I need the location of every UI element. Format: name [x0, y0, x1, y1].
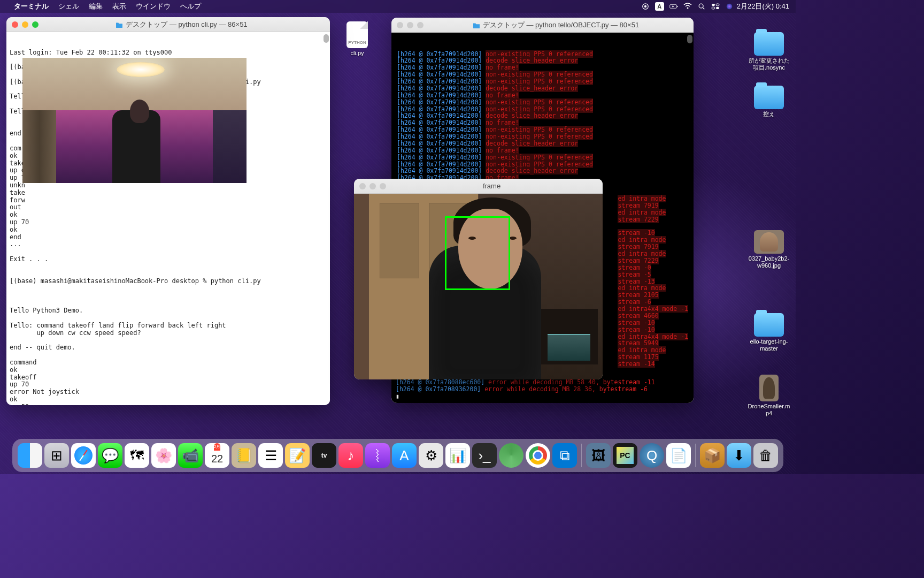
dock-divider — [581, 444, 582, 467]
minimize-button[interactable] — [407, 22, 413, 28]
titlebar[interactable]: デスクトップ — python cli.py — 86×51 — [6, 17, 330, 32]
dock-music[interactable]: ♪ — [338, 443, 363, 468]
ime-indicator[interactable]: A — [655, 2, 664, 11]
battery-icon[interactable] — [669, 3, 678, 10]
dock-terminal[interactable]: ›_ — [472, 443, 497, 468]
svg-line-6 — [703, 7, 704, 9]
dock-preview[interactable]: 🖼 — [586, 443, 611, 468]
close-button[interactable] — [397, 22, 403, 28]
dock-pycharm[interactable]: PC — [613, 443, 637, 468]
svg-rect-10 — [716, 7, 719, 9]
svg-rect-9 — [712, 7, 715, 9]
app-menu[interactable]: ターミナル — [14, 2, 49, 11]
close-button[interactable] — [359, 183, 366, 189]
menu-edit[interactable]: 編集 — [89, 2, 103, 11]
dock-facetime[interactable]: 📹 — [178, 443, 203, 468]
record-icon[interactable] — [641, 3, 650, 10]
dock-box[interactable]: 📦 — [700, 443, 725, 468]
maximize-button[interactable] — [32, 21, 38, 28]
menu-window[interactable]: ウインドウ — [136, 2, 171, 11]
wifi-icon[interactable] — [683, 3, 692, 10]
dock-settings[interactable]: ⚙ — [419, 443, 443, 468]
minimize-button[interactable] — [369, 183, 376, 189]
dock: ⊞ 💬 🗺 🌸 📹 2月22 📒 ☰ 📝 tv ♪ ⦚ A ⚙ 📊 ›_ ⧉ 🖼… — [12, 439, 783, 472]
dock-chrome[interactable] — [526, 443, 550, 468]
face-detection-box — [445, 216, 510, 290]
spotlight-icon[interactable] — [697, 3, 706, 10]
terminal-output-lines: Tello Python3 Demo. Tello: command takeo… — [10, 293, 327, 405]
desktop-image-baby[interactable]: 0327_baby2b2-w960.jpg — [748, 230, 790, 269]
dock-contacts[interactable]: 📒 — [232, 443, 256, 468]
desktop-file-cli-py[interactable]: PYTHON cli.py — [336, 21, 379, 57]
dock-notes[interactable]: 📝 — [285, 443, 310, 468]
dock-activity[interactable] — [499, 443, 523, 468]
svg-point-1 — [644, 5, 646, 7]
desktop-folder-hikae[interactable]: 控え — [748, 86, 790, 118]
terminal-right-errors: ed intra mode stream 7919 ed intra mode … — [615, 194, 690, 369]
dock-safari[interactable] — [71, 443, 96, 468]
scrollbar-thumb[interactable] — [687, 35, 692, 43]
svg-point-11 — [726, 4, 732, 10]
desktop-folder-tello[interactable]: ello-target-ing-master — [748, 313, 790, 352]
dock-textedit[interactable]: 📄 — [666, 443, 691, 468]
window-title: デスクトップ — python tello/OBJECT.py — 80×51 — [424, 20, 688, 30]
dock-quicktime[interactable]: Q — [640, 443, 664, 468]
maximize-button[interactable] — [380, 183, 386, 189]
siri-icon[interactable] — [725, 3, 734, 10]
svg-rect-7 — [712, 4, 715, 6]
svg-point-4 — [687, 7, 688, 9]
svg-point-5 — [699, 4, 703, 8]
minimize-button[interactable] — [22, 21, 28, 28]
dock-podcasts[interactable]: ⦚ — [365, 443, 390, 468]
dock-appstore[interactable]: A — [392, 443, 417, 468]
terminal-output[interactable]: Last login: Tue Feb 22 00:11:32 on ttys0… — [6, 32, 330, 405]
terminal-bottom-errors: [h264 @ 0x7fa78088ec600] error while dec… — [394, 378, 657, 401]
dock-tv[interactable]: tv — [312, 443, 336, 468]
titlebar[interactable]: デスクトップ — python tello/OBJECT.py — 80×51 — [391, 18, 694, 33]
dock-calendar[interactable]: 2月22 — [205, 443, 229, 468]
terminal-window-cli[interactable]: デスクトップ — python cli.py — 86×51 Last logi… — [6, 17, 330, 405]
window-title: デスクトップ — python cli.py — 86×51 — [38, 20, 325, 29]
desktop-folder-changed[interactable]: 所が変更された項目.nosync — [748, 32, 790, 71]
svg-rect-8 — [716, 4, 719, 6]
dock-maps[interactable]: 🗺 — [125, 443, 149, 468]
dock-numbers[interactable]: 📊 — [445, 443, 470, 468]
folder-icon — [473, 22, 480, 28]
dock-finder[interactable] — [18, 443, 42, 468]
svg-rect-3 — [677, 6, 677, 7]
menubar: ターミナル シェル 編集 表示 ウインドウ ヘルプ A 2月22日(火) 0:4… — [0, 0, 796, 13]
window-title: frame — [386, 182, 597, 190]
dock-trash[interactable]: 🗑 — [753, 443, 778, 468]
close-button[interactable] — [12, 21, 18, 28]
desktop-video-drone[interactable]: DroneSmaller.mp4 — [748, 375, 790, 416]
video-frame — [354, 194, 603, 379]
dock-vscode[interactable]: ⧉ — [552, 443, 577, 468]
maximize-button[interactable] — [417, 22, 424, 28]
menu-view[interactable]: 表示 — [112, 2, 126, 11]
opencv-frame-window[interactable]: frame — [354, 179, 603, 379]
control-center-icon[interactable] — [711, 3, 720, 10]
menu-help[interactable]: ヘルプ — [180, 2, 201, 11]
dock-messages[interactable]: 💬 — [98, 443, 122, 468]
titlebar[interactable]: frame — [354, 179, 603, 194]
dock-reminders[interactable]: ☰ — [258, 443, 283, 468]
dock-photos[interactable]: 🌸 — [151, 443, 176, 468]
scrollbar-thumb[interactable] — [324, 34, 329, 43]
dock-downloads[interactable]: ⬇ — [727, 443, 751, 468]
terminal-inline-image — [22, 58, 247, 183]
dock-divider — [695, 444, 696, 467]
dock-launchpad[interactable]: ⊞ — [44, 443, 69, 468]
clock[interactable]: 2月22日(火) 0:41 — [737, 2, 789, 11]
menu-shell[interactable]: シェル — [58, 2, 79, 11]
folder-icon — [116, 21, 123, 28]
